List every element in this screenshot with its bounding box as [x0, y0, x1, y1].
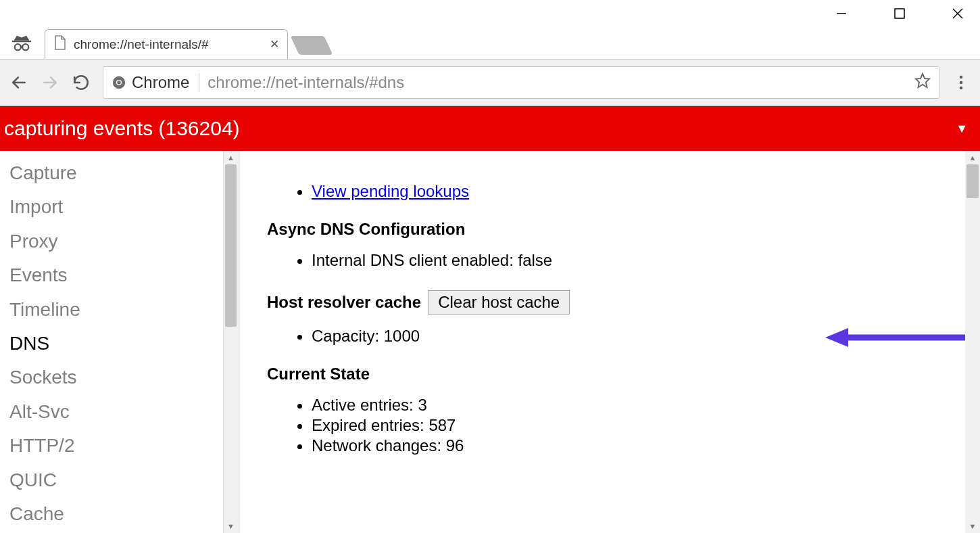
close-window-button[interactable]: [942, 3, 973, 24]
svg-point-5: [15, 44, 21, 50]
active-entries: Active entries: 3: [312, 396, 953, 415]
tab-strip: chrome://net-internals/# ✕: [0, 27, 980, 59]
bookmark-star-icon[interactable]: [914, 72, 931, 93]
document-icon: [53, 34, 67, 54]
sidebar-item-quic[interactable]: QUIC: [9, 463, 238, 497]
expired-entries: Expired entries: 587: [312, 416, 953, 435]
clear-host-cache-button[interactable]: Clear host cache: [428, 290, 570, 315]
current-state-heading: Current State: [267, 365, 953, 384]
origin-chip[interactable]: Chrome: [112, 73, 199, 92]
svg-marker-17: [825, 328, 848, 347]
sidebar-item-sockets[interactable]: Sockets: [9, 361, 238, 394]
sidebar: Capture Import Proxy Events Timeline DNS…: [0, 151, 238, 531]
host-resolver-heading: Host resolver cache: [267, 293, 421, 312]
sidebar-item-proxy[interactable]: Proxy: [9, 225, 238, 258]
sidebar-item-capture[interactable]: Capture: [9, 156, 238, 190]
svg-point-14: [960, 81, 963, 85]
scroll-thumb[interactable]: [966, 164, 979, 198]
tab-title: chrome://net-internals/#: [74, 37, 209, 52]
svg-point-6: [22, 44, 28, 50]
annotation-arrow-icon: [825, 325, 980, 350]
network-changes: Network changes: 96: [312, 436, 953, 455]
dropdown-icon[interactable]: ▼: [956, 122, 968, 136]
svg-point-13: [960, 76, 963, 79]
chrome-icon: [112, 75, 126, 90]
main-content: View pending lookups Async DNS Configura…: [240, 151, 980, 470]
async-dns-status: Internal DNS client enabled: false: [312, 251, 953, 270]
scroll-up-icon[interactable]: ▲: [965, 151, 980, 164]
sidebar-item-dns[interactable]: DNS: [9, 327, 238, 361]
sidebar-scrollbar[interactable]: ▲ ▼: [223, 151, 238, 533]
svg-point-11: [117, 80, 121, 85]
url-text: chrome://net-internals/#dns: [207, 73, 906, 92]
close-tab-icon[interactable]: ✕: [270, 37, 279, 51]
new-tab-button[interactable]: [290, 36, 333, 55]
sidebar-item-http2[interactable]: HTTP/2: [9, 429, 238, 463]
capture-banner[interactable]: capturing events (136204) ▼: [0, 106, 980, 151]
window-titlebar: [0, 0, 980, 27]
scroll-thumb[interactable]: [225, 164, 237, 327]
async-dns-heading: Async DNS Configuration: [267, 220, 953, 239]
scroll-down-icon[interactable]: ▼: [965, 519, 980, 533]
sidebar-item-cache[interactable]: Cache: [9, 497, 238, 531]
svg-marker-12: [916, 74, 929, 87]
browser-menu-button[interactable]: [952, 73, 971, 92]
address-bar[interactable]: Chrome chrome://net-internals/#dns: [103, 66, 939, 99]
scroll-up-icon[interactable]: ▲: [224, 151, 238, 164]
content-scrollbar[interactable]: ▲ ▼: [965, 151, 980, 533]
sidebar-item-import[interactable]: Import: [9, 190, 238, 224]
maximize-button[interactable]: [884, 3, 915, 24]
forward-button[interactable]: [41, 73, 59, 92]
capture-banner-text: capturing events (136204): [4, 117, 240, 140]
reload-button[interactable]: [72, 73, 91, 92]
view-pending-lookups-link[interactable]: View pending lookups: [312, 182, 469, 200]
minimize-button[interactable]: [826, 3, 857, 24]
browser-tab[interactable]: chrome://net-internals/# ✕: [45, 29, 288, 59]
back-button[interactable]: [9, 73, 28, 92]
incognito-icon: [5, 27, 38, 59]
sidebar-item-timeline[interactable]: Timeline: [9, 293, 238, 327]
scroll-down-icon[interactable]: ▼: [224, 519, 238, 533]
svg-rect-1: [895, 9, 904, 18]
origin-label: Chrome: [132, 73, 189, 92]
sidebar-item-alt-svc[interactable]: Alt-Svc: [9, 395, 238, 429]
browser-toolbar: Chrome chrome://net-internals/#dns: [0, 59, 980, 106]
svg-point-15: [960, 87, 963, 90]
sidebar-item-events[interactable]: Events: [9, 258, 238, 292]
